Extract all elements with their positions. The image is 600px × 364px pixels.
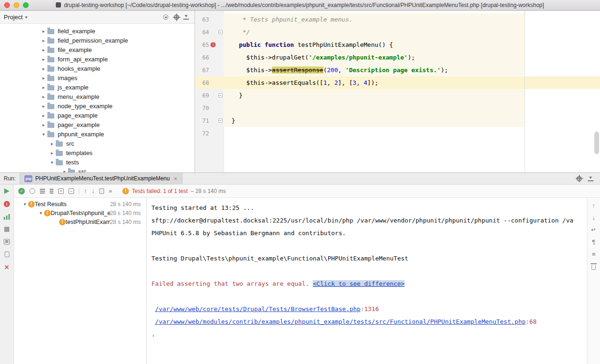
tree-item-hooks-example[interactable]: ▸hooks_example [0, 64, 195, 73]
test-statistics-button[interactable] [4, 214, 10, 220]
chevron-right-icon[interactable]: ▸ [40, 104, 47, 109]
code-line[interactable]: 63 * Tests phpunit_example menus. [195, 13, 600, 26]
scroll-down-icon[interactable]: ↓ [592, 215, 595, 221]
chevron-right-icon[interactable]: ▸ [40, 94, 47, 99]
rerun-failed-tests-button[interactable]: ! [4, 201, 10, 207]
minimize-window-button[interactable] [14, 2, 19, 8]
tree-item-src[interactable]: ▸src [0, 139, 195, 148]
code-line[interactable]: 69 } [195, 89, 600, 102]
console-view-button[interactable] [4, 239, 10, 245]
code-line[interactable]: 70 [195, 102, 600, 114]
soft-wrap-icon[interactable]: ↵ [591, 227, 596, 233]
console-link[interactable]: <Click to see difference> [313, 280, 405, 287]
next-failed-test-icon[interactable]: ↓ [92, 187, 95, 194]
fold-marker-icon[interactable] [218, 119, 223, 123]
test-history-icon[interactable] [99, 188, 104, 194]
test-console-output[interactable]: Testing started at 13:25 ... sftp://dock… [147, 198, 587, 364]
run-body: ! ✕ ✓ + − ↑ ↓ » ! [0, 185, 600, 364]
code-line[interactable]: 67 $this->assertResponse(200, 'Descripti… [195, 64, 600, 76]
chevron-down-icon[interactable]: ▾ [22, 201, 28, 207]
chevron-right-icon[interactable]: ▸ [40, 47, 47, 52]
collapse-all-icon[interactable]: − [68, 188, 74, 194]
tree-item-tests[interactable]: ▾tests [0, 157, 195, 167]
code-editor[interactable]: 63 * Tests phpunit_example menus. 64 */ … [195, 11, 600, 172]
tree-item-node-type-example[interactable]: ▸node_type_example [0, 101, 195, 111]
tree-item-field-permission-example[interactable]: ▸field_permission_example [0, 36, 195, 45]
import-test-results-button[interactable] [5, 252, 9, 257]
project-tree: ▸field_example ▸field_permission_example… [0, 24, 195, 172]
chevron-down-icon[interactable]: ▾ [40, 132, 47, 137]
tree-item-phpunit-example[interactable]: ▾phpunit_example [0, 129, 195, 139]
chevron-right-icon[interactable]: ▸ [40, 29, 47, 34]
close-tab-icon[interactable]: ✕ [173, 176, 177, 181]
code-line[interactable]: 66 $this->drupalGet('/examples/phpunit-e… [195, 51, 600, 64]
failed-test-gutter-icon[interactable]: ! [210, 42, 216, 47]
chevron-right-icon[interactable]: ▸ [40, 113, 47, 118]
hide-panel-icon[interactable] [183, 15, 189, 20]
hide-run-panel-icon[interactable] [588, 176, 593, 181]
test-tree-row[interactable]: ▾ ! Drupal\Tests\phpunit_ex... 28 s 140 … [14, 208, 146, 217]
project-tool-button[interactable]: Project ▾ [4, 14, 28, 21]
rerun-tests-button[interactable] [4, 188, 9, 194]
show-whitespace-icon[interactable]: ¶ [592, 239, 595, 245]
code-line[interactable]: 71} [195, 114, 600, 127]
fold-marker-icon[interactable] [218, 30, 223, 34]
code-token: 3 [352, 79, 356, 86]
sort-by-duration-icon[interactable] [40, 189, 45, 193]
tree-item-images[interactable]: ▸images [0, 73, 195, 82]
console-line [151, 290, 587, 303]
previous-failed-test-icon[interactable]: ↑ [84, 187, 87, 194]
scroll-up-icon[interactable]: ↑ [592, 202, 595, 208]
test-tree-row[interactable]: ! testPhpUnitExampleM... 28 s 140 ms [14, 217, 146, 226]
expand-all-icon[interactable]: + [58, 188, 64, 194]
sort-alphabetically-icon[interactable] [50, 189, 53, 193]
chevron-down-icon[interactable]: ▾ [61, 169, 68, 173]
close-run-panel-button[interactable]: ✕ [4, 264, 9, 270]
clear-console-icon[interactable] [592, 265, 596, 270]
console-settings-icon[interactable]: ≡ [592, 251, 596, 257]
run-tab[interactable]: php PHPUnitExampleMenuTest.testPhpUnitEx… [20, 173, 182, 184]
show-ignored-icon[interactable] [30, 188, 35, 194]
chevron-right-icon[interactable]: ▸ [40, 85, 47, 90]
test-tree-row[interactable]: ▾ ! Test Results 28 s 140 ms [14, 200, 146, 208]
editor-scrollbar[interactable] [594, 132, 599, 154]
zoom-window-button[interactable] [23, 2, 29, 8]
chevron-down-icon[interactable]: ▾ [38, 210, 44, 215]
run-settings[interactable]: ▾ [577, 176, 580, 181]
chevron-down-icon[interactable]: ▾ [49, 160, 55, 165]
code-line[interactable]: 65! public function testPhpUnitExampleMe… [195, 38, 600, 51]
folder-icon [47, 67, 54, 72]
chevron-right-icon[interactable]: ▸ [40, 38, 47, 43]
code-line-highlighted[interactable]: 68 $this->assertEquals([1, 2], [3, 4]); [195, 76, 600, 89]
tree-item-templates[interactable]: ▸templates [0, 148, 195, 157]
console-link[interactable]: /var/www/web/modules/contrib/examples/ph… [155, 318, 526, 325]
chevron-right-icon[interactable]: ▸ [40, 57, 47, 62]
console-link[interactable]: /var/www/web/core/tests/Drupal/Tests/Bro… [155, 305, 360, 312]
close-window-button[interactable] [4, 2, 10, 8]
tree-item-pager-example[interactable]: ▸pager_example [0, 120, 195, 129]
tree-item-menu-example[interactable]: ▸menu_example [0, 92, 195, 101]
code-line[interactable]: 72 [195, 127, 600, 140]
code-line[interactable]: 64 */ [195, 26, 600, 38]
tree-item-js-example[interactable]: ▸js_example [0, 82, 195, 92]
stop-button[interactable] [4, 227, 9, 232]
fold-marker-icon[interactable] [218, 93, 223, 97]
more-actions-icon[interactable]: » [109, 187, 112, 194]
code-token: $this-> [232, 67, 272, 74]
tree-item-field-example[interactable]: ▸field_example [0, 26, 195, 36]
tree-item-form-api-example[interactable]: ▸form_api_example [0, 54, 195, 64]
tree-item-tests-src[interactable]: ▾src [0, 167, 195, 172]
console-line: /var/www/web/modules/contrib/examples/ph… [151, 315, 587, 328]
chevron-right-icon[interactable]: ▸ [40, 66, 47, 71]
tree-item-file-example[interactable]: ▸file_example [0, 45, 195, 54]
code-token: ], [ [338, 79, 352, 86]
chevron-right-icon[interactable]: ▸ [49, 150, 55, 156]
test-status: ! Tests failed: 1 of 1 test – 28 s 140 m… [122, 188, 226, 194]
chevron-right-icon[interactable]: ▸ [40, 75, 47, 81]
show-passed-icon[interactable]: ✓ [18, 188, 25, 194]
project-settings[interactable]: ▾ [174, 15, 178, 20]
locate-file-icon[interactable] [163, 15, 168, 20]
chevron-right-icon[interactable]: ▸ [49, 141, 55, 146]
tree-item-page-example[interactable]: ▸page_example [0, 111, 195, 120]
chevron-right-icon[interactable]: ▸ [40, 122, 47, 127]
